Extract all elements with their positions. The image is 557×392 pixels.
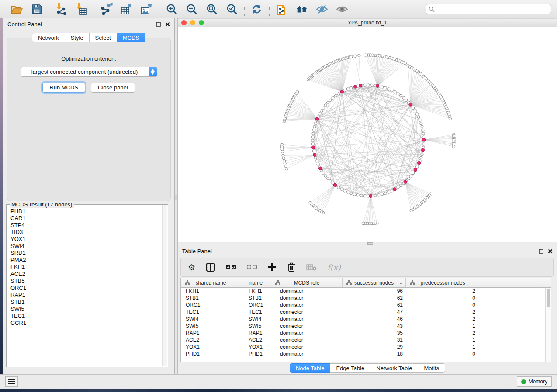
zoom-out-icon[interactable] bbox=[185, 3, 198, 16]
export-table-icon[interactable] bbox=[120, 3, 133, 16]
export-image-icon[interactable] bbox=[140, 3, 153, 16]
list-item[interactable]: STB5 bbox=[10, 278, 162, 285]
splitter-handle[interactable] bbox=[367, 242, 373, 245]
list-item[interactable]: ORC1 bbox=[10, 285, 162, 292]
table-row[interactable]: RAP1RAP1dominator352 bbox=[181, 330, 551, 337]
control-panel-tabs: NetworkStyleSelectMCDS bbox=[3, 33, 174, 42]
add-column-icon[interactable] bbox=[268, 261, 277, 273]
select-all-icon[interactable] bbox=[226, 261, 236, 273]
list-item[interactable]: YOX1 bbox=[10, 236, 162, 243]
table-row[interactable]: FKH1FKH1dominator962 bbox=[181, 288, 551, 295]
home-icon[interactable] bbox=[295, 3, 308, 16]
table-header: shared namenameMCDS rolesuccessor nodes⌄… bbox=[181, 278, 551, 288]
memory-button[interactable]: Memory bbox=[517, 376, 552, 387]
optimization-criterion-label: Optimization criterion: bbox=[7, 55, 170, 62]
close-panel-button[interactable]: Close panel bbox=[91, 83, 135, 93]
zoom-fit-icon[interactable] bbox=[205, 3, 218, 16]
scrollbar-thumb[interactable] bbox=[547, 289, 550, 307]
save-session-icon[interactable] bbox=[30, 3, 43, 16]
column-header-predecessor-nodes[interactable]: predecessor nodes bbox=[406, 278, 480, 287]
table-row[interactable]: STB1STB1dominator620 bbox=[181, 295, 551, 302]
list-item[interactable]: RAP1 bbox=[10, 292, 162, 299]
list-item[interactable]: TEC1 bbox=[10, 313, 162, 320]
zoom-selected-icon[interactable] bbox=[225, 3, 239, 16]
table-row[interactable]: YOX1YOX1connector291 bbox=[181, 344, 551, 351]
column-header-name[interactable]: name bbox=[241, 278, 271, 287]
list-item[interactable]: SWI5 bbox=[10, 306, 162, 313]
table-scrollbar[interactable] bbox=[545, 288, 551, 362]
network-window-title: YPA_prune.txt_1 bbox=[178, 20, 557, 26]
list-item[interactable]: STB1 bbox=[10, 299, 162, 306]
network-graph[interactable] bbox=[178, 27, 556, 242]
table-row[interactable]: SWI4SWI4dominator462 bbox=[181, 316, 551, 323]
deselect-all-icon[interactable] bbox=[247, 261, 257, 273]
task-history-button[interactable] bbox=[5, 376, 18, 387]
table-tab-motifs[interactable]: Motifs bbox=[418, 363, 445, 373]
splitter-handle[interactable] bbox=[175, 195, 177, 200]
vertical-splitter[interactable] bbox=[175, 18, 178, 374]
hide-eye-icon[interactable] bbox=[315, 3, 329, 16]
delete-table-icon[interactable] bbox=[306, 261, 317, 273]
tab-style[interactable]: Style bbox=[65, 33, 90, 42]
float-panel-icon[interactable] bbox=[156, 22, 161, 27]
import-network-icon[interactable] bbox=[55, 3, 68, 16]
mcds-tab-panel: Optimization criterion: largest connecte… bbox=[7, 38, 171, 201]
table-row[interactable]: SWI5SWI5connector431 bbox=[181, 323, 551, 330]
desktop-wallpaper-bottom bbox=[0, 389, 557, 392]
refresh-icon[interactable] bbox=[250, 3, 263, 16]
tab-select[interactable]: Select bbox=[90, 33, 117, 42]
table-row[interactable]: PHD1PHD1dominator180 bbox=[181, 351, 551, 358]
list-item[interactable]: SWI4 bbox=[10, 243, 162, 250]
control-panel: Control Panel NetworkStyleSelectMCDS Opt… bbox=[3, 18, 175, 374]
desktop-wallpaper-left bbox=[0, 18, 3, 374]
list-item[interactable]: SRD1 bbox=[10, 250, 162, 257]
criterion-dropdown[interactable]: largest connected component (undirected) bbox=[21, 67, 157, 77]
gear-icon[interactable]: ⚙ bbox=[188, 261, 195, 273]
table-tab-edge-table[interactable]: Edge Table bbox=[330, 363, 370, 373]
close-panel-icon[interactable] bbox=[548, 249, 553, 254]
memory-status-icon bbox=[521, 379, 526, 384]
result-list-scrollbar[interactable] bbox=[162, 205, 167, 366]
tab-network[interactable]: Network bbox=[32, 33, 65, 42]
search-field[interactable] bbox=[426, 4, 551, 14]
list-item[interactable]: TID3 bbox=[10, 229, 162, 236]
list-item[interactable]: CAR1 bbox=[10, 215, 162, 222]
search-input[interactable] bbox=[436, 6, 548, 12]
table-tabs: Node TableEdge TableNetwork TableMotifs bbox=[178, 362, 557, 374]
column-header-MCDS-role[interactable]: MCDS role bbox=[271, 278, 343, 287]
column-header-shared-name[interactable]: shared name bbox=[181, 278, 241, 287]
share-document-icon[interactable] bbox=[275, 3, 288, 16]
list-item[interactable]: PMA2 bbox=[10, 257, 162, 264]
run-mcds-button[interactable]: Run MCDS bbox=[42, 83, 85, 93]
list-item[interactable]: PHD1 bbox=[10, 208, 162, 215]
table-row[interactable]: ACE2ACE2connector311 bbox=[181, 337, 551, 344]
mcds-result-groupbox: MCDS result (17 nodes) PHD1CAR1STP4TID3Y… bbox=[6, 204, 168, 367]
float-panel-icon[interactable] bbox=[539, 249, 543, 254]
sort-descending-icon: ⌄ bbox=[399, 280, 403, 285]
close-panel-icon[interactable] bbox=[165, 22, 170, 27]
columns-icon[interactable] bbox=[206, 261, 215, 273]
search-icon bbox=[429, 6, 435, 12]
function-icon: f(x) bbox=[327, 261, 341, 273]
table-row[interactable]: ORC1ORC1dominator610 bbox=[181, 302, 551, 309]
list-item[interactable]: ACE2 bbox=[10, 271, 162, 278]
open-session-icon[interactable] bbox=[10, 3, 23, 16]
zoom-in-icon[interactable] bbox=[165, 3, 178, 16]
table-panel-title: Table Panel bbox=[182, 248, 539, 254]
network-window-titlebar[interactable]: YPA_prune.txt_1 bbox=[178, 18, 557, 27]
table-tab-node-table[interactable]: Node Table bbox=[290, 363, 331, 373]
export-network-icon[interactable] bbox=[100, 3, 113, 16]
list-item[interactable]: FKH1 bbox=[10, 264, 162, 271]
show-eye-icon[interactable] bbox=[336, 3, 349, 16]
table-tab-network-table[interactable]: Network Table bbox=[370, 363, 418, 373]
tab-mcds[interactable]: MCDS bbox=[117, 33, 145, 42]
column-header-successor-nodes[interactable]: successor nodes⌄ bbox=[343, 278, 406, 287]
table-row[interactable]: TEC1TEC1connector472 bbox=[181, 309, 551, 316]
import-table-icon[interactable] bbox=[75, 3, 88, 16]
horizontal-splitter[interactable] bbox=[178, 242, 557, 245]
network-canvas[interactable] bbox=[178, 27, 557, 242]
main-toolbar bbox=[0, 0, 557, 18]
delete-icon[interactable] bbox=[287, 261, 296, 273]
list-item[interactable]: STP4 bbox=[10, 222, 162, 229]
list-item[interactable]: GCR1 bbox=[10, 320, 162, 327]
